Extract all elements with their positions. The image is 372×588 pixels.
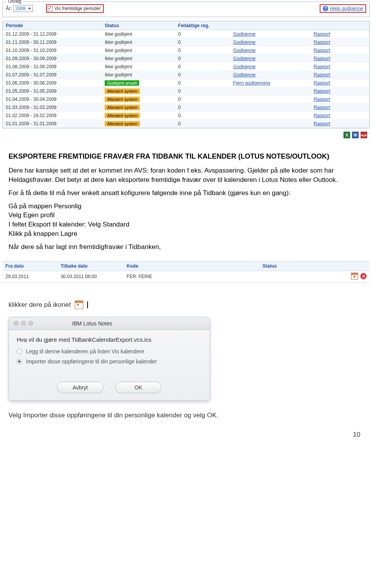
- section-title: EKSPORTERE FREMTIDIGE FRAVÆR FRA TIDBANK…: [9, 152, 363, 161]
- rapport-link[interactable]: Rapport: [314, 72, 331, 78]
- cell-feil: 0: [175, 55, 230, 63]
- cell-action-primary: Godkjenne: [230, 63, 310, 71]
- th-kode: Kode: [124, 261, 260, 271]
- cell-periode: 01.12.2009 - 31.12.2009: [3, 30, 102, 38]
- primary-action-link[interactable]: Godkjenne: [233, 72, 255, 78]
- table-row: 01.03.2009 - 31.03.2009Attestert system0…: [3, 104, 369, 112]
- rapport-link[interactable]: Rapport: [314, 113, 331, 118]
- calendar-export-icon[interactable]: [351, 273, 358, 280]
- primary-action-link[interactable]: Godkjenne: [233, 31, 255, 37]
- pdf-icon[interactable]: PDF: [360, 131, 367, 138]
- cell-status: Ikke godkjent: [102, 55, 175, 63]
- cell-periode: 01.10.2009 - 31.10.2009: [3, 47, 102, 55]
- radio-label-2: Importer disse oppføringene til din pers…: [26, 358, 157, 365]
- rapport-link[interactable]: Rapport: [314, 48, 331, 53]
- delete-icon[interactable]: ✕: [360, 273, 367, 279]
- rapport-link[interactable]: Rapport: [314, 80, 331, 86]
- help-label[interactable]: Hjelp godkjenne: [330, 6, 363, 11]
- table-row: 01.05.2009 - 31.05.2009Attestert system0…: [3, 87, 369, 95]
- cell-status: Attestert system: [102, 87, 175, 95]
- zoom-dot-icon[interactable]: [28, 321, 33, 326]
- cell-status: Attestert system: [102, 120, 175, 128]
- cell-status: Godkjent ansatt: [102, 79, 175, 87]
- cell-action-report: Rapport: [311, 87, 369, 95]
- cell-feil: 0: [175, 112, 230, 120]
- primary-action-link[interactable]: Godkjenne: [233, 40, 255, 45]
- click-text: klikker dere på ikonet: [9, 301, 71, 309]
- radio-icon[interactable]: [17, 359, 22, 364]
- cell-action-report: Rapport: [311, 120, 369, 128]
- window-controls[interactable]: [14, 321, 33, 326]
- cell-action-report: Rapport: [311, 38, 369, 47]
- cell-action-report: Rapport: [311, 63, 369, 71]
- cell-fra: 29.03.2011: [2, 271, 57, 282]
- cell-action-report: Rapport: [311, 104, 369, 112]
- calendar-export-icon: [75, 301, 83, 309]
- cell-periode: 01.06.2009 - 30.06.2009: [3, 79, 102, 87]
- close-dot-icon[interactable]: [14, 321, 19, 326]
- table-row: 01.08.2009 - 31.08.2009Ikke godkjent0God…: [3, 63, 369, 71]
- th-feil: Feilaktige reg.: [175, 21, 230, 30]
- instructions-section: EKSPORTERE FREMTIDIGE FRAVÆR FRA TIDBANK…: [0, 142, 372, 258]
- cell-feil: 0: [175, 38, 230, 47]
- rapport-link[interactable]: Rapport: [314, 56, 331, 61]
- rapport-link[interactable]: Rapport: [314, 64, 331, 69]
- step-4: Klikk på knappen Lagre: [9, 229, 363, 239]
- help-icon: ?: [323, 6, 328, 11]
- cell-status: Ikke godkjent: [102, 63, 175, 71]
- radio-option-1[interactable]: Legg til denne kalenderen på listen Vis …: [17, 348, 202, 355]
- th-entry-status: Status: [260, 261, 333, 271]
- table-row: 01.01.2009 - 31.01.2009Attestert system0…: [3, 120, 369, 128]
- table-row: 01.06.2009 - 30.06.2009Godkjent ansatt0F…: [3, 79, 369, 87]
- table-row: 01.04.2009 - 30.04.2009Attestert system0…: [3, 95, 369, 104]
- future-periods-checkbox[interactable]: [48, 6, 53, 11]
- year-select[interactable]: 2009: [13, 5, 33, 12]
- lotus-notes-dialog: IBM Lotus Notes Hva vil du gjøre med Tid…: [9, 317, 210, 401]
- cell-status: Ikke godkjent: [102, 71, 175, 79]
- step-2: Velg Egen profil: [9, 211, 363, 220]
- word-icon[interactable]: W: [352, 131, 359, 138]
- primary-action-link[interactable]: Godkjenne: [233, 56, 255, 61]
- table-row: 01.11.2009 - 30.11.2009Ikke godkjent0God…: [3, 38, 369, 47]
- excel-icon[interactable]: X: [343, 131, 350, 138]
- status-badge: Godkjent ansatt: [105, 80, 139, 86]
- radio-icon[interactable]: [17, 349, 22, 354]
- table-row: 01.02.2009 - 28.02.2009Attestert system0…: [3, 112, 369, 120]
- ok-button[interactable]: OK: [115, 382, 162, 393]
- th-blank2: [311, 21, 369, 30]
- rapport-link[interactable]: Rapport: [314, 105, 331, 110]
- cell-status: Ikke godkjent: [102, 47, 175, 55]
- cell-periode: 01.01.2009 - 31.01.2009: [3, 120, 102, 128]
- primary-action-link[interactable]: Godkjenne: [233, 64, 255, 69]
- minimize-dot-icon[interactable]: [21, 321, 26, 326]
- svg-text:PDF: PDF: [361, 134, 367, 137]
- cell-feil: 0: [175, 63, 230, 71]
- cell-kode: FER: FERIE: [124, 271, 260, 282]
- cell-status: Ikke godkjent: [102, 38, 175, 47]
- rapport-link[interactable]: Rapport: [314, 31, 331, 37]
- rapport-link[interactable]: Rapport: [314, 40, 331, 45]
- primary-action-link[interactable]: Fjern godkjenning: [233, 80, 270, 86]
- cancel-button[interactable]: Avbryt: [57, 382, 103, 393]
- future-periods-highlight: Vis fremtidige perioder: [46, 4, 104, 13]
- cell-periode: 01.11.2009 - 30.11.2009: [3, 38, 102, 47]
- rapport-link[interactable]: Rapport: [314, 121, 331, 126]
- entry-table-wrap: Fra dato Tilbake dato Kode Status 29.03.…: [2, 261, 370, 283]
- cell-status: Ikke godkjent: [102, 30, 175, 38]
- th-status: Status: [102, 21, 175, 30]
- cell-periode: 01.09.2009 - 30.09.2009: [3, 55, 102, 63]
- cell-action-report: Rapport: [311, 71, 369, 79]
- primary-action-link[interactable]: Godkjenne: [233, 48, 255, 53]
- step-3: I feltet Eksport til kalender: Velg Stan…: [9, 220, 363, 229]
- cell-feil: 0: [175, 30, 230, 38]
- radio-option-2[interactable]: Importer disse oppføringene til din pers…: [17, 358, 202, 365]
- step-1: Gå på mappen Personlig: [9, 202, 363, 211]
- cell-action-primary: Godkjenne: [230, 38, 310, 47]
- cell-periode: 01.03.2009 - 31.03.2009: [3, 104, 102, 112]
- rapport-link[interactable]: Rapport: [314, 88, 331, 94]
- cell-status: [260, 271, 333, 282]
- th-periode: Periode: [3, 21, 102, 30]
- cell-tilbake: 30.03.2011 08:00: [57, 271, 124, 282]
- rapport-link[interactable]: Rapport: [314, 97, 331, 102]
- dialog-titlebar: IBM Lotus Notes: [9, 317, 210, 330]
